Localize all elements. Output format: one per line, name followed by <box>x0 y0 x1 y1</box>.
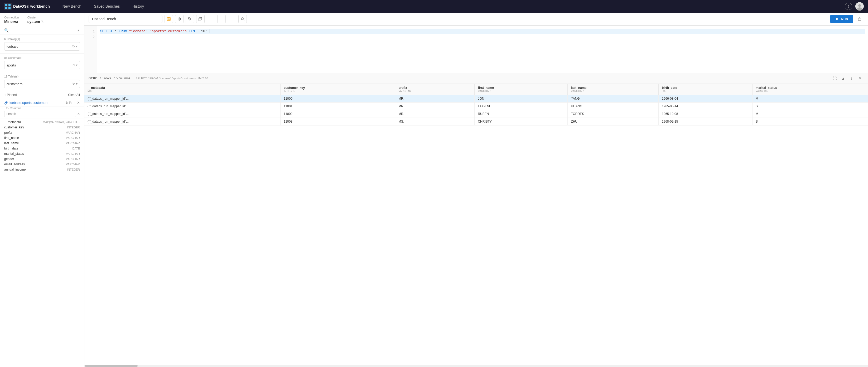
list-item: first_nameVARCHAR <box>0 135 84 141</box>
th-birth-date: birth_date DATE <box>659 84 752 95</box>
table-expand-icon[interactable]: ▾ <box>76 82 78 86</box>
sql-from-keyword: FROM <box>119 29 127 33</box>
copy-icon <box>198 17 203 21</box>
table-cell: 11002 <box>280 110 395 118</box>
list-item: birth_dateDATE <box>0 146 84 151</box>
catalog-refresh-icon[interactable]: ↻ <box>72 44 75 48</box>
pinned-remove-icon[interactable]: ✕ <box>77 101 80 105</box>
sql-select-keyword: SELECT <box>100 29 113 33</box>
editor-content[interactable]: SELECT * FROM "icebase"."sports".custome… <box>97 26 868 73</box>
line-number-2: 2 <box>84 34 97 40</box>
run-label: Run <box>841 17 848 21</box>
pinned-copy-icon[interactable]: ⎘ <box>69 101 71 105</box>
col-type: INTEGER <box>67 168 80 171</box>
search-icon[interactable]: 🔍 <box>4 28 9 32</box>
user-avatar[interactable] <box>855 2 864 10</box>
results-cols: 15 columns <box>114 77 130 80</box>
search-in-editor-button[interactable] <box>238 15 247 23</box>
svg-point-6 <box>858 4 861 7</box>
tag-icon <box>188 17 192 21</box>
increase-font-button[interactable] <box>228 15 236 23</box>
trash-icon <box>858 17 862 21</box>
list-item: customer_keyINTEGER <box>0 125 84 130</box>
cluster-label: Cluster <box>27 16 44 19</box>
sql-limit-keyword: LIMIT <box>189 29 199 33</box>
results-expand-icon[interactable]: ⛶ <box>831 74 838 82</box>
th-customer-key: customer_key INTEGER <box>280 84 395 95</box>
sql-editor[interactable]: 1 2 SELECT * FROM "icebase"."sports".cus… <box>84 26 868 73</box>
th-prefix: prefix VARCHAR <box>395 84 475 95</box>
tag-button[interactable] <box>186 15 194 23</box>
col-type: VARCHAR <box>66 136 80 140</box>
col-name: annual_income <box>4 168 26 172</box>
table-row[interactable]: { "_dataos_run_mapper_id"...11002MR.RUBE… <box>84 110 868 118</box>
th-metadata: __metadata MAP <box>84 84 280 95</box>
copy-button[interactable] <box>196 15 205 23</box>
table-row[interactable]: { "_dataos_run_mapper_id"...11000MR.JONY… <box>84 95 868 102</box>
list-item: prefixVARCHAR <box>0 130 84 135</box>
table-cell: M <box>752 95 868 102</box>
format-button[interactable] <box>207 15 215 23</box>
col-type: INTEGER <box>67 126 80 129</box>
table-cell: MR. <box>395 95 475 102</box>
svg-rect-15 <box>199 18 201 21</box>
catalog-dropdown[interactable]: icebase ↻ ▾ <box>4 42 80 51</box>
scrollbar-thumb[interactable] <box>85 365 137 367</box>
search-collapse-row: 🔍 ▲ <box>0 26 84 35</box>
bench-toolbar: Run <box>84 13 868 26</box>
connection-info: Connection Minerva Cluster system ✎ <box>0 13 84 26</box>
nav-items: New Bench Saved Benches History <box>56 0 150 13</box>
nav-new-bench[interactable]: New Bench <box>56 0 88 13</box>
table-cell: M <box>752 110 868 118</box>
share-icon <box>177 17 181 21</box>
svg-marker-24 <box>836 18 839 20</box>
schema-dropdown[interactable]: sports ↻ ▾ <box>4 61 80 69</box>
table-cell: { "_dataos_run_mapper_id"... <box>84 102 280 110</box>
schema-expand-icon[interactable]: ▾ <box>76 63 78 67</box>
table-refresh-icon[interactable]: ↻ <box>72 82 75 86</box>
results-close-button[interactable]: ✕ <box>857 74 864 82</box>
pinned-item[interactable]: icebase.sports.customers ↻ ⎘ → ✕ <box>0 99 84 106</box>
list-item: __metadataMAP(VARCHAR, VARCHA... <box>0 119 84 125</box>
col-type: VARCHAR <box>66 163 80 166</box>
table-cell: 11003 <box>280 118 395 125</box>
avatar-icon <box>855 2 864 10</box>
table-row[interactable]: { "_dataos_run_mapper_id"...11003MS.CHRI… <box>84 118 868 125</box>
save-button[interactable] <box>164 15 173 23</box>
left-panel: Connection Minerva Cluster system ✎ 🔍 ▲ … <box>0 13 84 367</box>
decrease-font-button[interactable] <box>217 15 226 23</box>
column-search-clear-icon[interactable]: ✕ <box>77 112 80 116</box>
clear-all-button[interactable]: Clear All <box>68 93 80 97</box>
pinned-refresh-icon[interactable]: ↻ <box>65 101 68 105</box>
column-list: __metadataMAP(VARCHAR, VARCHA...customer… <box>0 118 84 173</box>
app-title: DataOS® workbench <box>13 4 50 8</box>
schema-value: sports <box>7 63 72 67</box>
help-button[interactable]: ? <box>845 3 852 10</box>
nav-history[interactable]: History <box>126 0 150 13</box>
results-more-icon[interactable]: ⋮ <box>848 74 855 82</box>
schema-refresh-icon[interactable]: ↻ <box>72 63 75 67</box>
bench-name-input[interactable] <box>89 15 162 23</box>
pinned-navigate-icon[interactable]: → <box>72 101 76 105</box>
catalog-expand-icon[interactable]: ▾ <box>76 44 78 48</box>
share-button[interactable] <box>175 15 184 23</box>
catalog-label: 6 Catalog(s) <box>4 37 80 40</box>
results-timer: 00:02 <box>89 77 97 80</box>
table-cell: MR. <box>395 110 475 118</box>
header-row: __metadata MAP customer_key INTEGER pref… <box>84 84 868 95</box>
run-button[interactable]: Run <box>830 15 853 23</box>
horizontal-scrollbar[interactable] <box>84 365 868 367</box>
table-dropdown[interactable]: customers ↻ ▾ <box>4 80 80 88</box>
sql-line-1: SELECT * FROM "icebase"."sports".custome… <box>100 29 865 34</box>
results-query-preview: SELECT * FROM "icebase"."sports".custome… <box>135 77 208 80</box>
table-row[interactable]: { "_dataos_run_mapper_id"...11001MR.EUGE… <box>84 102 868 110</box>
nav-saved-benches[interactable]: Saved Benches <box>88 0 126 13</box>
column-search-input[interactable] <box>4 111 76 117</box>
pinned-item-actions: ↻ ⎘ → ✕ <box>65 101 80 105</box>
edit-cluster-icon[interactable]: ✎ <box>41 20 44 24</box>
collapse-button[interactable]: ▲ <box>77 28 80 32</box>
results-scroll-top-icon[interactable]: ▲ <box>839 74 847 82</box>
table-cell: CHRISTY <box>475 118 568 125</box>
run-play-icon <box>836 17 839 21</box>
delete-bench-button[interactable] <box>855 15 864 23</box>
